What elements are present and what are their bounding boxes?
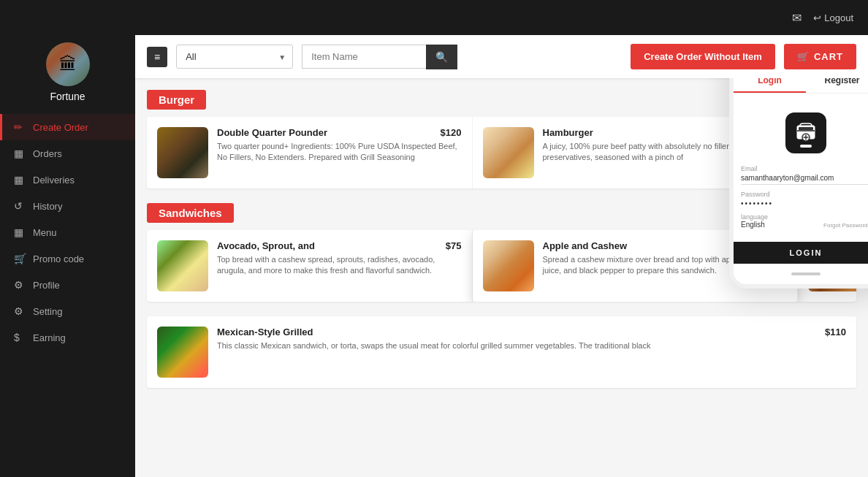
content-area: ≡ All Burger Sandwiches Drinks Desserts …	[135, 35, 868, 477]
burger1-image	[157, 127, 208, 178]
sidebar-item-deliveries[interactable]: ▦ Deliveries	[0, 167, 135, 193]
deliveries-icon: ▦	[14, 174, 26, 186]
phone-home-bar	[791, 272, 821, 275]
menu-item-mexican[interactable]: Mexican-Style Grilled $110 This classic …	[147, 316, 856, 388]
profile-icon: ⚙	[14, 279, 26, 291]
phone-language-block: language English	[741, 213, 768, 229]
sandwich2-name: Apple and Cashew	[543, 240, 628, 251]
sidebar-label-menu: Menu	[33, 227, 57, 238]
phone-logo-icon	[785, 112, 826, 153]
mexican-info: Mexican-Style Grilled $110 This classic …	[217, 327, 846, 351]
cart-label: CART	[814, 51, 843, 62]
brand-name: Fortune	[50, 91, 85, 102]
create-order-button[interactable]: Create Order Without Item	[631, 44, 775, 69]
burger1-info: Double Quarter Pounder $120 Two quarter …	[217, 127, 462, 164]
phone-home-indicator	[734, 264, 868, 284]
sidebar-label-deliveries: Deliveries	[33, 175, 75, 186]
logout-button[interactable]: ↩ Logout	[813, 12, 853, 23]
category-select-wrapper: All Burger Sandwiches Drinks Desserts	[176, 45, 293, 69]
phone-email-label: Email	[741, 165, 868, 172]
phone-login-button[interactable]: LOGIN	[729, 242, 868, 264]
logo-image: 🏛	[46, 42, 90, 86]
burger1-name: Double Quarter Pounder	[217, 127, 327, 138]
setting-icon: ⚙	[14, 305, 26, 317]
sidebar-label-profile: Profile	[33, 280, 60, 291]
phone-tabs: Login Register	[734, 78, 868, 94]
cart-icon: 🛒	[797, 51, 810, 62]
sidebar-item-menu[interactable]: ▦ Menu	[0, 219, 135, 245]
sidebar-nav: ✏ Create Order ▦ Orders ▦ Deliveries ↺ H…	[0, 114, 135, 351]
main-layout: 🏛 Fortune ✏ Create Order ▦ Orders ▦ Deli…	[0, 35, 868, 477]
menu-item-avocado[interactable]: Avocado, Sprout, and $75 Top bread with …	[147, 230, 473, 302]
mail-icon[interactable]: ✉	[792, 11, 802, 25]
store-icon	[794, 121, 818, 145]
sidebar: 🏛 Fortune ✏ Create Order ▦ Orders ▦ Deli…	[0, 35, 135, 477]
burger1-desc: Two quarter pound+ Ingredients: 100% Pur…	[217, 141, 462, 164]
sandwich1-title-row: Avocado, Sprout, and $75	[217, 240, 462, 251]
phone-email-field: Email samanthaaryton@gmail.com	[741, 165, 868, 185]
content-header: ≡ All Burger Sandwiches Drinks Desserts …	[135, 35, 868, 78]
mexican-section: Mexican-Style Grilled $110 This classic …	[147, 316, 856, 388]
svg-rect-1	[799, 127, 813, 130]
phone-lang-label: language	[741, 213, 768, 221]
sidebar-item-earning[interactable]: $ Earning	[0, 324, 135, 351]
sandwich1-price: $75	[446, 240, 462, 251]
logout-label: Logout	[824, 12, 853, 23]
burger1-title-row: Double Quarter Pounder $120	[217, 127, 462, 138]
sidebar-item-promo[interactable]: 🛒 Promo code	[0, 245, 135, 272]
menu-icon: ▦	[14, 226, 26, 238]
menu-item-double-quarter[interactable]: Double Quarter Pounder $120 Two quarter …	[147, 117, 473, 188]
sandwich1-image	[157, 240, 208, 291]
logout-icon: ↩	[813, 12, 821, 23]
phone-password-label: Password	[741, 191, 868, 198]
sidebar-item-setting[interactable]: ⚙ Setting	[0, 298, 135, 324]
sidebar-label-earning: Earning	[33, 332, 66, 343]
mexican-image	[157, 327, 208, 378]
phone-password-field: Password ••••••••	[741, 191, 868, 207]
mobile-mockup: ●●● 4:34 PM 100% Login Register	[729, 78, 868, 289]
phone-screen: ●●● 4:34 PM 100% Login Register	[734, 78, 868, 264]
sidebar-item-profile[interactable]: ⚙ Profile	[0, 272, 135, 298]
phone-lang-row: language English Forgot Password?	[741, 213, 868, 229]
phone-email-value: samanthaaryton@gmail.com	[741, 174, 868, 185]
top-bar: ✉ ↩ Logout	[0, 0, 868, 35]
sidebar-label-orders: Orders	[33, 148, 62, 159]
sidebar-label-create-order: Create Order	[33, 122, 88, 133]
phone-logo-area	[741, 101, 868, 165]
phone-tab-register[interactable]: Register	[806, 78, 868, 93]
burger1-price: $120	[441, 127, 462, 138]
sandwich2-image	[483, 240, 534, 291]
sandwich1-name: Avocado, Sprout, and	[217, 240, 315, 251]
promo-icon: 🛒	[14, 253, 26, 264]
create-order-icon: ✏	[14, 121, 26, 133]
history-icon: ↺	[14, 200, 26, 212]
sandwich1-desc: Top bread with a cashew spread, sprouts,…	[217, 254, 462, 277]
sidebar-item-orders[interactable]: ▦ Orders	[0, 140, 135, 167]
search-wrapper: 🔍	[302, 45, 457, 69]
phone-tab-login[interactable]: Login	[734, 78, 806, 93]
cart-button[interactable]: 🛒 CART	[784, 44, 856, 69]
sidebar-label-history: History	[33, 201, 62, 212]
sandwich1-info: Avocado, Sprout, and $75 Top bread with …	[217, 240, 462, 277]
sidebar-label-setting: Setting	[33, 306, 62, 317]
svg-rect-2	[797, 130, 815, 131]
search-button[interactable]: 🔍	[426, 45, 457, 69]
burger-category-header: Burger	[147, 90, 206, 110]
brand-logo: 🏛	[46, 42, 90, 86]
category-select[interactable]: All Burger Sandwiches Drinks Desserts	[176, 45, 293, 69]
phone-password-dots: ••••••••	[741, 199, 868, 207]
mexican-name: Mexican-Style Grilled	[217, 327, 313, 337]
menu-content: Burger Double Quarter Pounder $120 Two q…	[135, 78, 868, 477]
sidebar-item-create-order[interactable]: ✏ Create Order	[0, 114, 135, 140]
phone-forgot-password[interactable]: Forgot Password?	[823, 222, 868, 229]
sandwiches-category-header: Sandwiches	[147, 203, 234, 223]
mexican-desc: This classic Mexican sandwich, or torta,…	[217, 340, 846, 351]
phone-lang-value: English	[741, 221, 768, 229]
orders-icon: ▦	[14, 148, 26, 159]
hamburger-button[interactable]: ≡	[147, 47, 167, 67]
burger2-image	[483, 127, 534, 178]
earning-icon: $	[14, 332, 26, 343]
mexican-items-row: Mexican-Style Grilled $110 This classic …	[147, 316, 856, 388]
search-input[interactable]	[302, 45, 426, 69]
sidebar-item-history[interactable]: ↺ History	[0, 193, 135, 219]
